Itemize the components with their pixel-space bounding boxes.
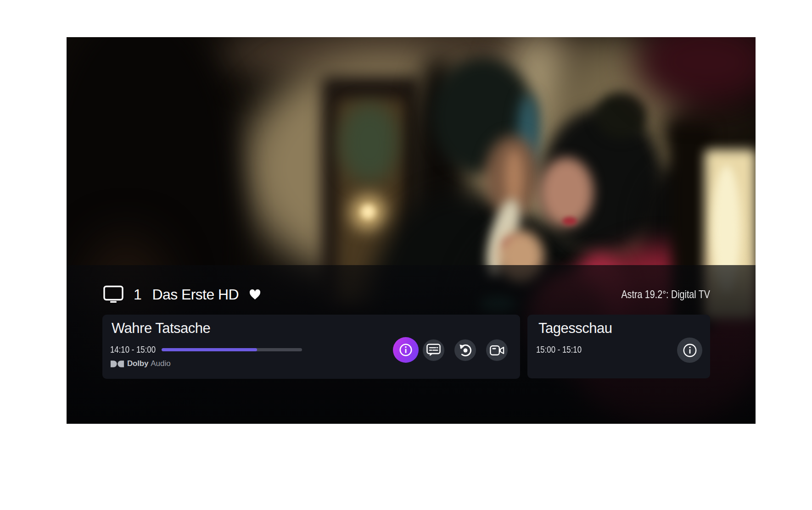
dolby-audio-badge: Dolby Audio <box>110 359 171 368</box>
dolby-brand-text: Dolby <box>127 359 148 368</box>
program-title: Wahre Tatsache <box>112 320 210 337</box>
up-next-card[interactable]: Tagesschau 15:00 - 15:10 <box>527 315 710 378</box>
info-icon <box>683 343 697 358</box>
scene-lamp-core <box>361 205 375 219</box>
now-playing-card[interactable]: Wahre Tatsache 14:10 - 15:00 Dolby Audio <box>102 315 520 379</box>
signal-source-label: Astra 19.2°: Digital TV <box>602 288 710 301</box>
scene-woman-face <box>539 157 594 227</box>
record-button[interactable] <box>486 339 508 361</box>
subtitles-button[interactable] <box>423 339 444 361</box>
restart-icon <box>458 343 473 358</box>
camera-icon <box>490 345 504 356</box>
subtitles-icon <box>426 344 441 357</box>
scene-face-light <box>505 150 523 205</box>
progress-bar <box>162 348 302 351</box>
progress-fill <box>162 348 257 351</box>
tv-screen: 1 Das Erste HD Astra 19.2°: Digital TV W… <box>67 37 756 424</box>
scene-hair-bun <box>595 92 647 139</box>
channel-name: Das Erste HD <box>152 286 239 303</box>
info-button[interactable] <box>393 337 419 363</box>
next-info-button[interactable] <box>677 338 702 363</box>
scene-lips <box>562 217 577 225</box>
channel-row: 1 Das Erste HD <box>103 285 261 304</box>
program-time: 14:10 - 15:00 <box>110 344 167 355</box>
heart-icon <box>249 289 261 300</box>
scene-door-glass <box>340 104 399 182</box>
next-program-time: 15:00 - 15:10 <box>536 344 593 355</box>
tv-icon <box>103 285 123 304</box>
dolby-type-text: Audio <box>151 359 170 368</box>
channel-number: 1 <box>134 286 142 303</box>
info-icon <box>399 343 413 357</box>
dolby-double-d-icon <box>110 360 124 368</box>
next-program-title: Tagesschau <box>538 320 612 337</box>
restart-button[interactable] <box>454 339 476 361</box>
